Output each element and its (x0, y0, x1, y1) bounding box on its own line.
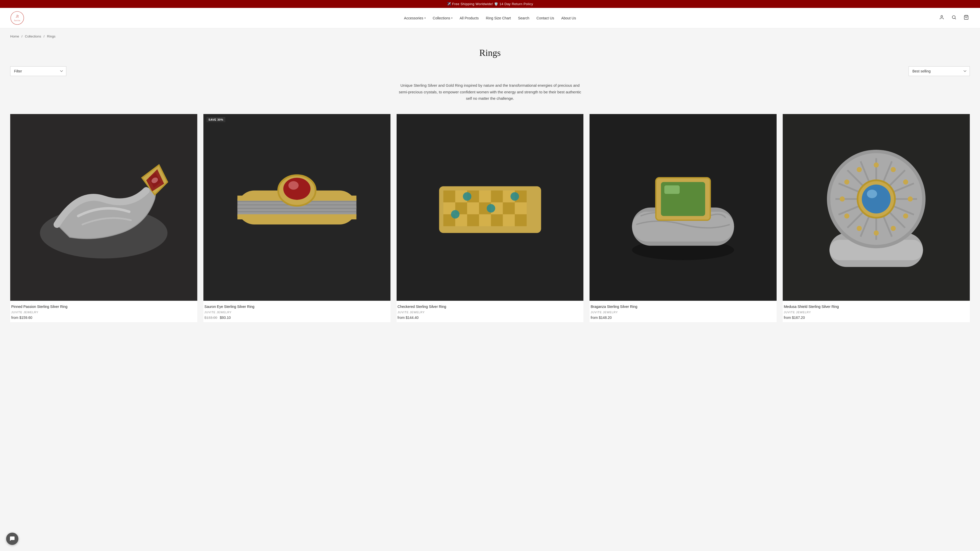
product-price: from $144.40 (398, 316, 583, 320)
svg-rect-44 (515, 214, 527, 226)
sale-price: $93.10 (220, 316, 231, 320)
product-card[interactable]: Checkered Sterling Silver Ring JUVITE JE… (396, 114, 584, 322)
collection-description: Unique Sterling Silver and Gold Ring ins… (398, 82, 582, 102)
product-info: Checkered Sterling Silver Ring JUVITE JE… (396, 301, 584, 322)
svg-rect-40 (467, 214, 479, 226)
nav-about-us[interactable]: About Us (561, 16, 576, 20)
nav-ring-size-chart[interactable]: Ring Size Chart (486, 16, 511, 20)
nav-accessories[interactable]: Accessories ▾ (404, 16, 425, 20)
header-icons (730, 14, 970, 22)
main-nav: Accessories ▾ Collections ▾ All Products… (250, 16, 730, 20)
breadcrumb-current: Rings (47, 35, 56, 38)
svg-point-85 (874, 230, 879, 235)
product-price: from $159.60 (11, 316, 196, 320)
nav-search[interactable]: Search (518, 16, 529, 20)
product-image-wrap (10, 114, 197, 301)
svg-rect-33 (467, 202, 479, 214)
svg-point-87 (844, 213, 850, 218)
logo-icon: Jt Juvite (10, 11, 24, 25)
svg-point-89 (844, 179, 850, 184)
original-price: $133.00 (204, 316, 218, 320)
product-title: Medusa Shield Sterling Silver Ring (784, 304, 969, 310)
product-title: Pinned Passion Sterling Silver Ring (11, 304, 196, 310)
svg-point-81 (867, 189, 877, 198)
product-grid: Pinned Passion Sterling Silver Ring JUVI… (10, 114, 970, 322)
header-left: Jt Juvite (10, 11, 250, 25)
chevron-down-icon: ▾ (425, 17, 426, 19)
header: Jt Juvite Accessories ▾ Collections ▾ Al… (0, 8, 980, 28)
svg-rect-37 (515, 202, 527, 214)
product-card[interactable]: Medusa Shield Sterling Silver Ring JUVIT… (783, 114, 970, 322)
product-image-wrap (590, 114, 776, 301)
breadcrumb-sep-2: / (44, 35, 45, 38)
search-icon (951, 15, 956, 20)
svg-point-91 (874, 162, 879, 167)
breadcrumb-home[interactable]: Home (10, 35, 19, 38)
product-price: $133.00 $93.10 (204, 316, 390, 320)
svg-point-3 (941, 16, 943, 17)
breadcrumb-sep-1: / (21, 35, 22, 38)
breadcrumb-collections[interactable]: Collections (25, 35, 41, 38)
product-info: Pinned Passion Sterling Silver Ring JUVI… (10, 301, 197, 322)
product-card[interactable]: Pinned Passion Sterling Silver Ring JUVI… (10, 114, 197, 322)
product-image-wrap: SAVE 30% (204, 114, 390, 301)
product-brand: JUVITE JEWELRY (11, 311, 196, 314)
svg-point-48 (451, 210, 460, 218)
product-brand: JUVITE JEWELRY (204, 311, 390, 314)
cart-button[interactable] (963, 14, 970, 22)
product-price: from $148.20 (590, 316, 776, 320)
svg-point-90 (857, 167, 862, 172)
svg-text:Jt: Jt (16, 14, 19, 19)
svg-point-4 (952, 16, 955, 19)
svg-rect-43 (503, 214, 515, 226)
svg-rect-41 (479, 214, 491, 226)
svg-point-21 (288, 181, 299, 189)
filter-select[interactable]: Filter (10, 66, 66, 76)
cart-icon (964, 15, 969, 20)
product-card[interactable]: Braganza Sterling Silver Ring JUVITE JEW… (590, 114, 776, 322)
product-title: Braganza Sterling Silver Ring (590, 304, 776, 310)
product-image-wrap (396, 114, 584, 301)
svg-point-84 (891, 226, 896, 231)
svg-point-46 (487, 204, 495, 213)
product-info: Braganza Sterling Silver Ring JUVITE JEW… (590, 301, 776, 322)
logo-link[interactable]: Jt Juvite (10, 11, 250, 25)
svg-point-47 (511, 192, 519, 200)
svg-rect-14 (237, 214, 356, 219)
svg-rect-28 (491, 190, 503, 202)
product-title: Sauron Eye Sterling Silver Ring (204, 304, 390, 310)
filter-bar: Filter Best selling Price: Low to High P… (10, 66, 970, 76)
announcement-text: ✈️ Free Shipping Worldwide! 🛡️ 14 Day Re… (447, 2, 533, 6)
svg-rect-36 (503, 202, 515, 214)
svg-point-20 (283, 178, 310, 200)
announcement-bar: ✈️ Free Shipping Worldwide! 🛡️ 14 Day Re… (0, 0, 980, 8)
search-button[interactable] (950, 14, 958, 22)
product-info: Medusa Shield Sterling Silver Ring JUVIT… (783, 301, 970, 322)
svg-text:Juvite: Juvite (14, 19, 21, 22)
product-brand: JUVITE JEWELRY (590, 311, 776, 314)
svg-point-80 (864, 187, 888, 211)
nav-contact-us[interactable]: Contact Us (536, 16, 554, 20)
product-card[interactable]: SAVE 30% Sauron Eye Sterlin (204, 114, 390, 322)
svg-rect-42 (491, 214, 503, 226)
svg-point-92 (891, 167, 896, 172)
svg-point-88 (840, 197, 845, 202)
svg-point-86 (857, 226, 862, 231)
account-button[interactable] (938, 14, 945, 22)
svg-point-83 (903, 213, 908, 218)
svg-rect-27 (479, 190, 491, 202)
nav-all-products[interactable]: All Products (460, 16, 479, 20)
breadcrumb: Home / Collections / Rings (10, 28, 970, 41)
chevron-down-icon: ▾ (451, 17, 452, 19)
product-image-wrap (783, 114, 970, 301)
product-brand: JUVITE JEWELRY (398, 311, 583, 314)
svg-rect-56 (665, 185, 680, 194)
svg-point-93 (903, 179, 908, 184)
sort-select[interactable]: Best selling Price: Low to High Price: H… (908, 66, 970, 76)
account-icon (939, 15, 944, 20)
nav-collections[interactable]: Collections ▾ (433, 16, 452, 20)
product-info: Sauron Eye Sterling Silver Ring JUVITE J… (204, 301, 390, 322)
chat-bubble[interactable] (6, 533, 18, 545)
svg-line-5 (955, 18, 956, 19)
chat-icon (9, 536, 15, 542)
